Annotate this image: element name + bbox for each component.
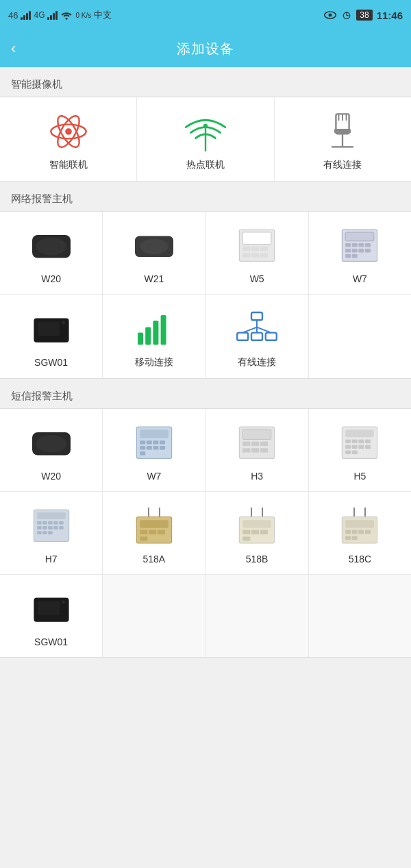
svg-rect-130 [346,536,351,540]
svg-rect-57 [266,333,277,340]
svg-rect-63 [147,441,152,445]
w20-sms-label: W20 [41,471,61,482]
hotspot-connect-label: 热点联机 [186,159,225,171]
svg-rect-36 [365,243,371,247]
svg-rect-30 [260,253,268,257]
w21-net-cell[interactable]: W21 [103,212,206,294]
svg-rect-35 [359,243,364,247]
svg-rect-16 [334,129,351,133]
w20-net-cell[interactable]: W20 [0,212,103,294]
svg-rect-127 [352,530,358,534]
svg-line-53 [257,327,271,333]
518c-sms-icon [338,504,382,548]
mobile-connect-cell[interactable]: 移动连接 [103,295,206,378]
svg-point-9 [65,128,72,135]
svg-point-45 [62,321,65,325]
svg-rect-29 [251,253,259,257]
signal-bars [21,10,31,20]
svg-rect-68 [153,446,158,450]
518c-sms-cell[interactable]: 518C [309,492,411,574]
status-left: 46 4G 0 K/s 中支 [8,9,112,21]
w7-sms-label: W7 [147,471,161,482]
back-button[interactable]: ‹ [11,41,16,56]
svg-rect-87 [359,445,364,449]
sgw01-sms-label: SGW01 [34,636,68,647]
h3-sms-cell[interactable]: H3 [206,409,309,491]
518b-sms-cell[interactable]: 518B [206,492,309,574]
w7-net-icon [338,224,382,268]
sgw01-net-cell[interactable]: SGW01 [0,295,103,378]
smart-connect-label: 智能联机 [49,159,88,171]
svg-rect-126 [346,530,351,534]
w7-sms-cell[interactable]: W7 [103,409,206,491]
svg-rect-62 [140,441,145,445]
h7-sms-cell[interactable]: H7 [0,492,103,574]
svg-rect-131 [352,536,358,540]
time-display: 11:46 [377,10,403,21]
smart-connect-cell[interactable]: 智能联机 [0,97,137,181]
svg-rect-96 [53,521,58,525]
sms-alarm-row-3: SGW01 [0,575,411,657]
svg-rect-77 [251,448,259,452]
svg-rect-48 [153,321,158,345]
svg-rect-38 [352,249,358,253]
sms-alarm-row-2: H7 518A [0,492,411,575]
svg-rect-72 [242,430,271,439]
empty-sms-cell-3 [309,575,411,657]
svg-rect-27 [260,247,268,251]
svg-rect-101 [53,526,58,530]
section-label-smart-camera: 智能摄像机 [0,67,411,97]
page-title: 添加设备 [177,40,234,58]
section-label-network-alarm: 网络报警主机 [0,182,411,211]
svg-rect-41 [346,254,351,258]
h5-sms-cell[interactable]: H5 [309,409,411,491]
svg-rect-37 [346,249,351,253]
svg-rect-40 [365,249,371,253]
svg-rect-78 [260,448,268,452]
hotspot-connect-cell[interactable]: 热点联机 [137,97,274,181]
mobile-signal-icon [132,307,176,351]
eye-icon [323,10,337,20]
w5-net-cell[interactable]: W5 [206,212,309,294]
w7-net-cell[interactable]: W7 [309,212,411,294]
svg-rect-81 [346,439,351,443]
h5-sms-label: H5 [353,471,366,482]
svg-rect-56 [251,333,262,340]
carrier-label: 46 [8,10,18,21]
svg-rect-98 [37,526,41,530]
h3-sms-icon [235,421,279,465]
section-label-sms-alarm: 短信报警主机 [0,379,411,408]
svg-rect-64 [153,441,158,445]
svg-rect-74 [251,442,259,446]
w20-sms-icon [29,421,73,465]
w21-net-icon [132,224,176,268]
status-right: 38 11:46 [323,10,403,21]
svg-rect-75 [260,442,268,446]
svg-rect-42 [352,254,358,258]
518b-sms-label: 518B [246,554,269,565]
empty-sms-cell-1 [103,575,206,657]
sgw01-net-icon [29,308,73,351]
w20-sms-cell[interactable]: W20 [0,409,103,491]
518a-sms-icon [132,504,176,548]
alarm-icon [341,10,352,21]
empty-net-cell [309,295,411,378]
svg-rect-34 [352,243,358,247]
sgw01-sms-icon [29,587,73,631]
518a-sms-cell[interactable]: 518A [103,492,206,574]
svg-rect-109 [140,520,169,528]
svg-rect-113 [140,536,147,541]
wired-connect-net-cell[interactable]: 有线连接 [206,295,309,378]
svg-rect-128 [359,530,364,534]
svg-rect-82 [352,439,358,443]
wifi-antenna-icon [184,110,227,153]
wired-connect-cam-cell[interactable]: 有线连接 [275,97,411,181]
sgw01-sms-cell[interactable]: SGW01 [0,575,103,657]
svg-point-20 [36,238,66,256]
svg-rect-26 [251,247,259,251]
svg-rect-65 [160,441,165,445]
svg-rect-80 [346,430,375,437]
svg-point-0 [66,18,68,20]
svg-line-52 [242,327,257,333]
svg-rect-69 [160,446,165,450]
